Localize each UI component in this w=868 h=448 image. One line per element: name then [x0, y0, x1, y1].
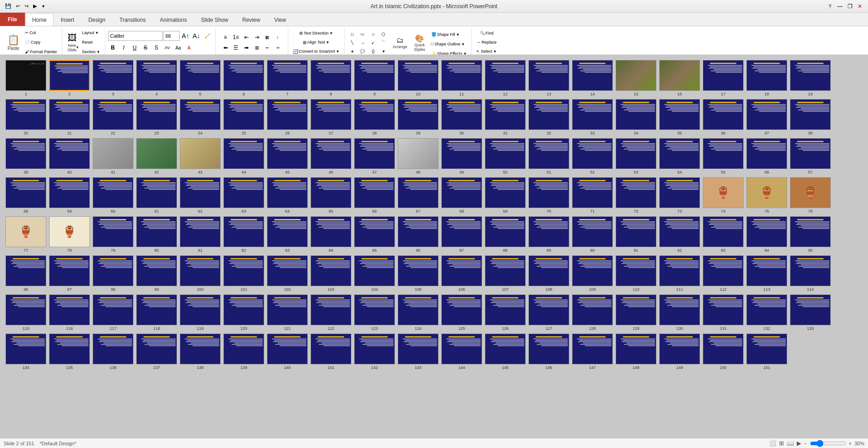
slide-thumb[interactable]: 47 — [354, 138, 395, 174]
slide-thumb[interactable]: 72 — [616, 177, 656, 214]
new-slide-button[interactable]: 🖼 New Slide ▼ — [65, 29, 79, 56]
slide-thumb[interactable]: 29 — [398, 99, 439, 135]
slide-thumb[interactable]: 63 — [223, 177, 264, 214]
slide-thumb[interactable]: 147 — [572, 334, 613, 370]
slide-thumb[interactable]: 113 — [746, 255, 787, 292]
slide-thumb[interactable]: 111 — [659, 255, 700, 292]
slide-thumb[interactable]: 95 — [790, 216, 831, 253]
slide-thumb[interactable]: 66 — [354, 177, 395, 214]
slide-thumb[interactable]: 114 — [790, 255, 831, 292]
slide-thumb[interactable]: 140 — [267, 334, 308, 370]
slide-thumb[interactable]: 108 — [528, 255, 569, 292]
slide-thumb[interactable]: 68 — [441, 177, 482, 214]
slide-thumb[interactable]: 92 — [659, 216, 700, 253]
italic-button[interactable]: I — [119, 43, 129, 53]
slide-thumb[interactable]: 13 — [528, 60, 569, 96]
slide-thumb[interactable]: 71 — [572, 177, 613, 214]
slide-thumb[interactable]: 34 — [616, 99, 656, 135]
slide-thumb[interactable]: 73 — [659, 177, 700, 214]
cut-button[interactable]: ✂ Cut — [23, 28, 59, 37]
increase-font-size-button[interactable]: A↑ — [181, 31, 191, 41]
slide-thumb[interactable]: 122 — [311, 294, 351, 331]
slide-sorter-icon[interactable]: ⊞ — [779, 440, 784, 447]
slide-thumb[interactable]: 125 — [441, 294, 482, 331]
slide-thumb[interactable]: 21 — [49, 99, 90, 135]
slide-thumb[interactable]: 149 — [659, 334, 700, 370]
slide-thumb[interactable]: 19 — [790, 60, 831, 96]
slide-thumb[interactable]: 124 — [398, 294, 439, 331]
slide-thumb[interactable]: 45 — [267, 138, 308, 174]
slide-thumb[interactable]: 107 — [485, 255, 526, 292]
slide-thumb[interactable]: 42 — [136, 138, 177, 174]
slide-thumb[interactable]: 20 — [5, 99, 46, 135]
slide-thumb[interactable]: 58 — [5, 177, 46, 214]
slide-thumb[interactable]: 145 — [485, 334, 526, 370]
slide-thumb[interactable]: 50 — [485, 138, 526, 174]
slide-thumb[interactable]: 100 — [180, 255, 221, 292]
rtl-button[interactable]: ⇐ — [262, 43, 272, 53]
slide-thumb[interactable]: 43 — [180, 138, 221, 174]
strikethrough-button[interactable]: S — [141, 43, 151, 53]
tab-slide-show[interactable]: Slide Show — [194, 13, 235, 26]
slide-thumb[interactable]: 10 — [398, 60, 439, 96]
slide-thumb[interactable]: 35 — [659, 99, 700, 135]
font-color-button[interactable]: A — [184, 43, 194, 53]
slide-thumb[interactable]: 120 — [223, 294, 264, 331]
case-button[interactable]: Aa — [173, 43, 183, 53]
shape-fill-button[interactable]: 🪣 Shape Fill ▼ — [429, 30, 469, 39]
slide-thumb[interactable]: 48 — [398, 138, 439, 174]
ltr-button[interactable]: ⇒ — [273, 43, 283, 53]
slide-thumb[interactable]: 62 — [180, 177, 221, 214]
slide-thumb[interactable]: 142 — [354, 334, 395, 370]
align-right-button[interactable]: ➡ — [242, 43, 252, 53]
normal-view-icon[interactable]: ⬜ — [769, 440, 776, 447]
slide-thumb[interactable]: 40 — [49, 138, 90, 174]
slide-thumb[interactable]: 138 — [180, 334, 221, 370]
replace-button[interactable]: ↔ Replace — [475, 38, 498, 46]
slide-thumb[interactable]: 151 — [746, 334, 787, 370]
slide-thumb[interactable]: 65 — [311, 177, 351, 214]
slide-thumb[interactable]: 105 — [398, 255, 439, 292]
slide-thumb[interactable]: 27 — [311, 99, 351, 135]
find-button[interactable]: 🔍 Find — [478, 29, 496, 37]
customize-quick-access-icon[interactable]: ▼ — [40, 3, 47, 10]
slide-thumb[interactable]: 109 — [572, 255, 613, 292]
shadow-button[interactable]: S — [152, 43, 162, 53]
slide-thumb[interactable]: 🏺78 — [49, 216, 90, 253]
tab-home[interactable]: Home — [25, 13, 54, 26]
slide-thumb[interactable]: 33 — [572, 99, 613, 135]
zoom-out-button[interactable]: − — [804, 441, 807, 446]
slide-thumb[interactable]: 90 — [572, 216, 613, 253]
slide-thumb[interactable]: 🏺76 — [790, 177, 831, 214]
slide-thumb[interactable]: 104 — [354, 255, 395, 292]
slide-thumb[interactable]: 🏺74 — [703, 177, 744, 214]
play-icon[interactable]: ▶ — [32, 2, 38, 10]
slide-thumb[interactable]: 39 — [5, 138, 46, 174]
slide-thumb[interactable]: 17 — [703, 60, 744, 96]
slide-thumb[interactable]: 146 — [528, 334, 569, 370]
slide-thumb[interactable]: 2 — [49, 60, 90, 96]
reset-button[interactable]: Reset — [80, 38, 102, 47]
shape-arrow[interactable]: → — [358, 39, 368, 47]
slide-thumb[interactable]: 128 — [572, 294, 613, 331]
slide-thumb[interactable]: 106 — [441, 255, 482, 292]
slide-thumb[interactable]: 89 — [528, 216, 569, 253]
tab-file[interactable]: File — [0, 12, 25, 26]
shape-outline-button[interactable]: □ Shape Outline ▼ — [429, 40, 469, 49]
slide-thumb[interactable]: 84 — [311, 216, 351, 253]
slide-thumb[interactable]: 115 — [5, 294, 46, 331]
bold-button[interactable]: B — [108, 43, 118, 53]
tab-design[interactable]: Design — [82, 13, 112, 26]
text-direction-button[interactable]: ⟰ Text Direction ▼ — [297, 29, 335, 37]
bullets-button[interactable]: ≡ — [221, 32, 231, 42]
slide-thumb[interactable]: 64 — [267, 177, 308, 214]
slide-thumb[interactable]: 23 — [136, 99, 177, 135]
shape-curve[interactable]: ⌒ — [379, 39, 389, 47]
slide-thumb[interactable]: 59 — [49, 177, 90, 214]
slide-thumb[interactable]: 126 — [485, 294, 526, 331]
slide-thumb[interactable]: 93 — [703, 216, 744, 253]
tab-view[interactable]: View — [267, 13, 293, 26]
layout-button[interactable]: Layout ▼ — [80, 28, 102, 37]
slide-thumb[interactable]: 133 — [790, 294, 831, 331]
shape-more[interactable]: ⬡ — [379, 30, 389, 38]
